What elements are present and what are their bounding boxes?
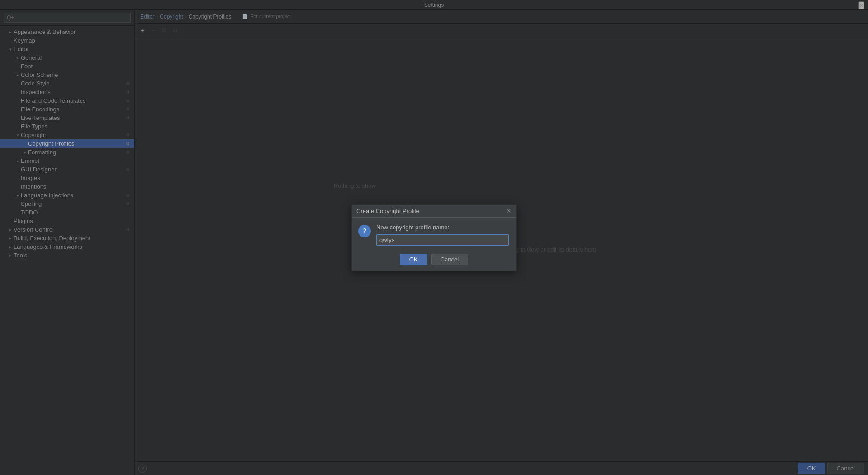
- create-copyright-profile-dialog: Create Copyright Profile ✕ ? New copyrig…: [351, 204, 517, 271]
- dialog-close-button[interactable]: ✕: [506, 208, 512, 214]
- dialog-ok-button[interactable]: OK: [400, 254, 427, 265]
- dialog-title: Create Copyright Profile: [356, 208, 419, 214]
- profile-name-input[interactable]: [376, 234, 509, 246]
- dialog-overlay: Create Copyright Profile ✕ ? New copyrig…: [0, 0, 868, 475]
- dialog-label: New copyright profile name:: [376, 224, 509, 231]
- dialog-content: New copyright profile name:: [376, 224, 509, 246]
- dialog-body: ? New copyright profile name:: [352, 218, 516, 250]
- dialog-icon-container: ?: [357, 224, 372, 238]
- dialog-titlebar: Create Copyright Profile ✕: [352, 205, 516, 218]
- dialog-cancel-button[interactable]: Cancel: [431, 254, 468, 265]
- dialog-footer: OK Cancel: [352, 250, 516, 271]
- question-icon: ?: [358, 225, 371, 238]
